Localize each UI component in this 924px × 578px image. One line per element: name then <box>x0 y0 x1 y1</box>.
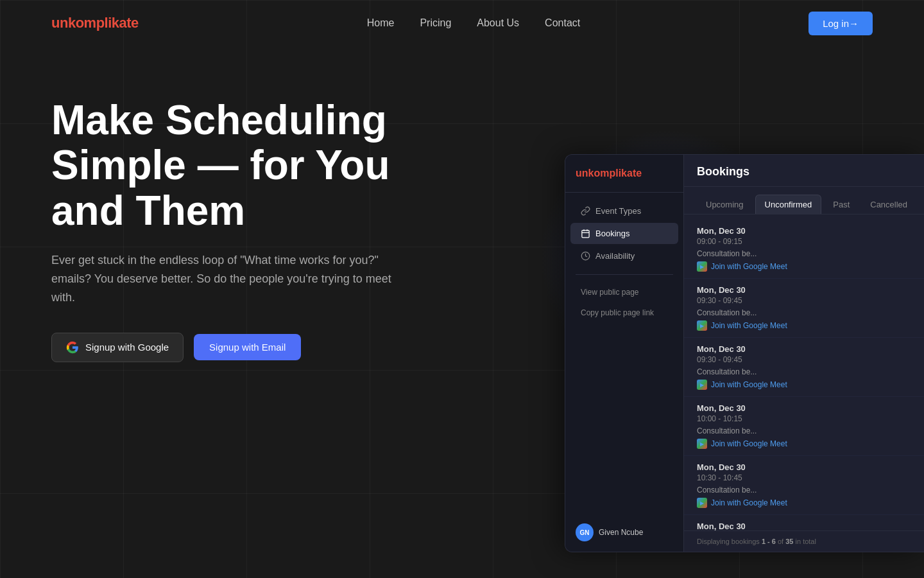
signup-google-button[interactable]: Signup with Google <box>51 333 184 362</box>
join-meet-label-1: Join with Google Meet <box>711 321 787 330</box>
app-sidebar: unkomplikate Event Types Bookings Avai <box>565 155 684 552</box>
booking-description-0: Consultation be... <box>697 249 911 258</box>
bookings-footer: Displaying bookings 1 - 6 of 35 in total <box>684 530 924 552</box>
tab-upcoming[interactable]: Upcoming <box>697 195 753 214</box>
footer-prefix: Displaying bookings <box>697 538 762 545</box>
booking-time-2: 09:30 - 09:45 <box>697 355 911 364</box>
footer-suffix: in total <box>796 538 816 545</box>
nav-links: Home Pricing About Us Contact <box>367 17 581 29</box>
booking-item: Mon, Dec 30 10:00 - 10:15 Consultation b… <box>684 397 924 456</box>
join-meet-link-2[interactable]: ▶ Join with Google Meet <box>697 380 911 390</box>
logo-accent: un <box>51 15 68 31</box>
booking-description-3: Consultation be... <box>697 426 911 435</box>
tab-unconfirmed[interactable]: Unconfirmed <box>755 195 822 214</box>
sidebar-view-public-page[interactable]: View public page <box>570 283 678 302</box>
sidebar-item-bookings[interactable]: Bookings <box>570 223 678 244</box>
app-main-header: Bookings <box>684 155 924 187</box>
signup-email-button[interactable]: Signup with Email <box>194 334 301 360</box>
booking-time-3: 10:00 - 10:15 <box>697 414 911 423</box>
join-meet-label-4: Join with Google Meet <box>711 498 787 507</box>
nav-link-contact[interactable]: Contact <box>545 17 580 28</box>
booking-item: Mon, Dec 30 09:00 - 09:15 Consultation b… <box>684 220 924 279</box>
sidebar-logo-accent: un <box>576 168 588 179</box>
sidebar-footer: GN Given Ncube <box>565 523 684 541</box>
sidebar-item-event-types-label: Event Types <box>595 206 641 216</box>
sidebar-divider <box>576 274 673 275</box>
meet-icon-2: ▶ <box>697 380 707 390</box>
booking-date-1: Mon, Dec 30 <box>697 285 911 295</box>
booking-date-5: Mon, Dec 30 <box>697 521 911 530</box>
link-icon <box>581 206 590 216</box>
hero-description: Ever get stuck in the endless loop of "W… <box>51 251 398 306</box>
clock-icon <box>581 251 590 261</box>
meet-icon-1: ▶ <box>697 320 707 331</box>
sidebar-item-event-types[interactable]: Event Types <box>570 200 678 222</box>
hero-heading-line2: Simple — for You <box>51 142 389 188</box>
nav-logo: unkomplikate <box>51 15 139 31</box>
booking-date-3: Mon, Dec 30 <box>697 403 911 413</box>
nav-link-about[interactable]: About Us <box>477 17 519 28</box>
sidebar-copy-public-link[interactable]: Copy public page link <box>570 303 678 322</box>
join-meet-link-0[interactable]: ▶ Join with Google Meet <box>697 261 911 272</box>
hero-heading: Make Scheduling Simple — for You and The… <box>51 98 398 233</box>
svg-rect-0 <box>582 231 589 238</box>
login-button[interactable]: Log in→ <box>809 12 873 35</box>
app-panel: unkomplikate Event Types Bookings Avai <box>565 154 924 552</box>
join-meet-label-2: Join with Google Meet <box>711 380 787 389</box>
footer-of: of <box>778 538 785 545</box>
bookings-list: Mon, Dec 30 09:00 - 09:15 Consultation b… <box>684 215 924 530</box>
booking-time-4: 10:30 - 10:45 <box>697 473 911 482</box>
booking-date-2: Mon, Dec 30 <box>697 344 911 354</box>
signup-email-label: Signup with Email <box>209 342 286 353</box>
join-meet-link-1[interactable]: ▶ Join with Google Meet <box>697 320 911 331</box>
booking-item: Mon, Dec 30 10:30 - 10:45 Consultation b… <box>684 456 924 515</box>
booking-date-0: Mon, Dec 30 <box>697 226 911 236</box>
footer-total: 35 <box>785 538 793 545</box>
booking-time-0: 09:00 - 09:15 <box>697 237 911 246</box>
signup-google-label: Signup with Google <box>85 342 169 353</box>
join-meet-label-3: Join with Google Meet <box>711 439 787 448</box>
join-meet-label-0: Join with Google Meet <box>711 262 787 271</box>
calendar-icon <box>581 229 590 238</box>
booking-description-4: Consultation be... <box>697 486 911 495</box>
avatar: GN <box>576 523 594 541</box>
booking-description-2: Consultation be... <box>697 367 911 376</box>
hero-section: Make Scheduling Simple — for You and The… <box>0 46 449 362</box>
sidebar-user-name: Given Ncube <box>599 528 643 537</box>
bookings-title: Bookings <box>697 165 911 179</box>
app-sidebar-logo: unkomplikate <box>565 168 683 193</box>
join-meet-link-4[interactable]: ▶ Join with Google Meet <box>697 498 911 508</box>
booking-date-4: Mon, Dec 30 <box>697 462 911 472</box>
tab-cancelled[interactable]: Cancelled <box>861 195 916 214</box>
google-icon <box>66 341 79 354</box>
hero-heading-line3: and Them <box>51 188 245 234</box>
booking-item: Mon, Dec 30 09:30 - 09:45 Consultation b… <box>684 279 924 338</box>
sidebar-item-availability-label: Availability <box>595 251 635 261</box>
sidebar-item-availability[interactable]: Availability <box>570 245 678 267</box>
sidebar-item-bookings-label: Bookings <box>595 229 629 238</box>
nav-link-pricing[interactable]: Pricing <box>420 17 451 28</box>
booking-tabs: Upcoming Unconfirmed Past Cancelled <box>684 187 924 215</box>
hero-heading-line1: Make Scheduling <box>51 97 387 143</box>
navbar: unkomplikate Home Pricing About Us Conta… <box>0 0 924 46</box>
join-meet-link-3[interactable]: ▶ Join with Google Meet <box>697 439 911 449</box>
booking-item: Mon, Dec 30 11:00 - 11:15 Consultation b… <box>684 515 924 530</box>
tab-past[interactable]: Past <box>824 195 859 214</box>
app-main: Bookings Upcoming Unconfirmed Past Cance… <box>684 155 924 552</box>
footer-range: 1 - 6 <box>762 538 776 545</box>
booking-item: Mon, Dec 30 09:30 - 09:45 Consultation b… <box>684 338 924 397</box>
meet-icon-3: ▶ <box>697 439 707 449</box>
hero-buttons: Signup with Google Signup with Email <box>51 333 398 362</box>
meet-icon-4: ▶ <box>697 498 707 508</box>
booking-time-1: 09:30 - 09:45 <box>697 296 911 305</box>
meet-icon-0: ▶ <box>697 261 707 272</box>
booking-description-1: Consultation be... <box>697 308 911 317</box>
nav-link-home[interactable]: Home <box>367 17 395 28</box>
